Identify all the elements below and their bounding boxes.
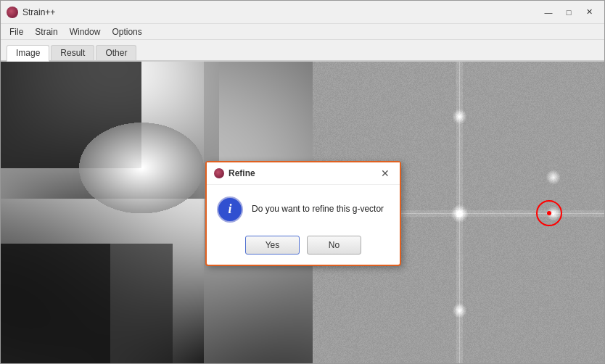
yes-button[interactable]: Yes [245, 236, 300, 255]
no-button[interactable]: No [307, 236, 361, 255]
info-icon: i [217, 197, 243, 223]
dialog-buttons: Yes No [207, 231, 400, 265]
tab-bar: Image Result Other [1, 40, 604, 62]
menu-file[interactable]: File [4, 25, 29, 38]
tab-image[interactable]: Image [7, 45, 49, 62]
dialog-title-left: Refine [214, 168, 255, 178]
dialog-overlay: Refine ✕ i Do you want to refine this g-… [1, 62, 605, 364]
tab-other[interactable]: Other [96, 45, 136, 60]
minimize-button[interactable]: — [539, 5, 558, 20]
menu-bar: File Strain Window Options [1, 24, 604, 40]
dialog-title: Refine [229, 168, 255, 178]
menu-strain[interactable]: Strain [29, 25, 63, 38]
dialog-app-icon [214, 168, 224, 178]
app-icon [7, 7, 18, 18]
dialog-titlebar: Refine ✕ [207, 162, 400, 185]
title-bar: Strain++ — □ ✕ [1, 1, 604, 24]
title-bar-left: Strain++ [7, 7, 55, 18]
main-content: Refine ✕ i Do you want to refine this g-… [1, 62, 605, 364]
dialog-message: Do you want to refine this g-vector [252, 203, 384, 215]
menu-window[interactable]: Window [64, 25, 107, 38]
menu-options[interactable]: Options [106, 25, 147, 38]
maximize-button[interactable]: □ [559, 5, 578, 20]
app-title: Strain++ [22, 7, 55, 17]
title-controls: — □ ✕ [539, 5, 598, 20]
dialog-close-button[interactable]: ✕ [378, 167, 392, 180]
refine-dialog: Refine ✕ i Do you want to refine this g-… [205, 161, 401, 266]
dialog-body: i Do you want to refine this g-vector [207, 185, 400, 231]
close-button[interactable]: ✕ [580, 5, 598, 20]
tab-result[interactable]: Result [51, 45, 94, 60]
